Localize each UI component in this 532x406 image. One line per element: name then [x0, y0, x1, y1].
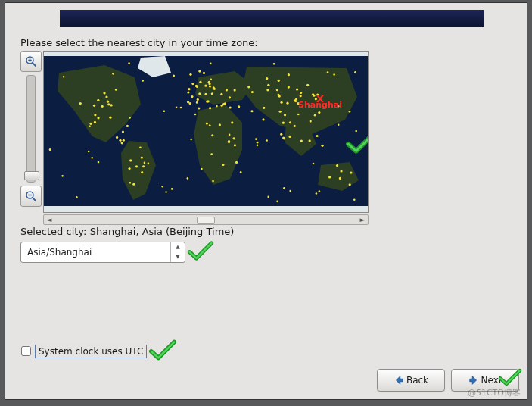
spinner-icon: ▲▼	[170, 242, 185, 262]
timezone-row: Asia/Shanghai ▲▼	[20, 239, 214, 264]
magnifier-plus-icon	[24, 55, 38, 68]
svg-line-5	[33, 198, 36, 201]
back-button[interactable]: Back	[377, 369, 445, 392]
marker-city-label: Shanghai	[298, 100, 342, 110]
check-icon	[148, 338, 177, 362]
watermark: @51CTO博客	[468, 387, 521, 398]
timezone-check-annotation	[185, 239, 214, 264]
system-clock-utc-checkbox[interactable]	[21, 346, 31, 356]
header-banner	[60, 10, 484, 27]
magnifier-minus-icon	[24, 189, 38, 203]
zoom-controls	[20, 51, 42, 207]
system-clock-utc-label: System clock uses UTC	[35, 345, 147, 358]
zoom-slider-thumb[interactable]	[24, 171, 39, 180]
check-icon	[187, 239, 214, 262]
check-icon	[345, 129, 369, 156]
timezone-value: Asia/Shanghai	[21, 247, 92, 258]
timezone-prompt: Please select the nearest city in your t…	[20, 37, 258, 48]
map-horizontal-scrollbar[interactable]: ◄ ►	[43, 214, 369, 225]
world-map-canvas	[44, 52, 368, 212]
timezone-select[interactable]: Asia/Shanghai ▲▼	[20, 242, 185, 263]
map-area: X Shanghai ◄ ►	[20, 51, 369, 222]
arrow-right-icon	[468, 375, 479, 386]
selected-city-marker: X Shanghai	[298, 95, 342, 109]
zoom-slider[interactable]	[26, 75, 36, 183]
world-map[interactable]: X Shanghai	[43, 51, 369, 213]
scroll-left-icon[interactable]: ◄	[44, 215, 54, 224]
utc-check-annotation	[147, 338, 177, 364]
arrow-left-icon	[394, 375, 404, 386]
utc-row: System clock uses UTC	[21, 338, 177, 364]
map-check-annotation	[345, 129, 369, 158]
zoom-out-button[interactable]	[20, 186, 42, 207]
svg-line-1	[33, 63, 36, 66]
scroll-right-icon[interactable]: ►	[357, 215, 368, 224]
scrollbar-thumb[interactable]	[197, 217, 215, 223]
back-button-label: Back	[406, 375, 428, 386]
selected-city-label: Selected city: Shanghai, Asia (Beijing T…	[20, 226, 234, 237]
next-button-label: Next	[481, 375, 502, 386]
zoom-in-button[interactable]	[20, 51, 42, 72]
timezone-installer-window: Please select the nearest city in your t…	[5, 2, 527, 400]
